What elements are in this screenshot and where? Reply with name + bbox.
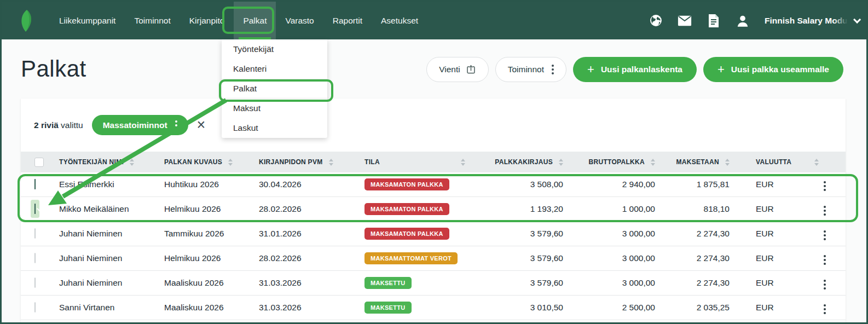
table-row: Essi Esimerkki Huhtikuu 2026 30.04.2026 …: [21, 172, 846, 197]
status-badge: MAKSAMATON PALKKA: [364, 228, 449, 240]
app-logo[interactable]: [18, 2, 34, 39]
menu-item-laskut[interactable]: Laskut: [222, 118, 327, 138]
employee-name[interactable]: Juhani Nieminen: [59, 253, 164, 263]
payable-amount: 818,10: [655, 204, 730, 214]
plus-icon: +: [717, 63, 725, 76]
row-menu-button[interactable]: [819, 275, 830, 292]
sort-icon[interactable]: [651, 159, 655, 166]
salary-description: Maaliskuu 2026: [164, 278, 259, 288]
col-header-employee-name: TYÖNTEKIJÄN NIMI: [59, 158, 124, 166]
row-checkbox[interactable]: [34, 228, 36, 239]
nav-item-asetukset[interactable]: Asetukset: [372, 2, 427, 39]
account-name: Finnish Salary Modul: [765, 16, 848, 26]
nav-item-palkat[interactable]: Palkat: [234, 2, 276, 39]
salary-description: Huhtikuu 2026: [164, 180, 259, 189]
accounting-date: 31.03.2026: [259, 303, 364, 313]
col-header-gross-salary: BRUTTOPALKKA: [589, 158, 645, 166]
menu-item-maksut[interactable]: Maksut: [222, 99, 327, 118]
gross-salary: 3 000,00: [563, 278, 655, 288]
status-badge: MAKSETTU: [364, 302, 412, 314]
kebab-icon: [824, 234, 826, 236]
actions-button-label: Toiminnot: [508, 65, 544, 74]
accounting-date: 31.01.2026: [259, 229, 364, 239]
sort-icon[interactable]: [559, 159, 563, 166]
row-menu-button[interactable]: [819, 250, 830, 267]
sort-icon[interactable]: [725, 159, 730, 166]
main-content: Palkat Vienti Toiminnot + Uusi palkanlas…: [2, 56, 866, 324]
sort-icon[interactable]: [814, 159, 819, 166]
nav-item-toiminnot[interactable]: Toiminnot: [125, 2, 180, 39]
currency: EUR: [730, 303, 804, 313]
row-menu-button[interactable]: [819, 225, 830, 242]
account-menu[interactable]: Finnish Salary Modul: [765, 16, 859, 26]
salary-entry: 1 193,20: [497, 204, 563, 214]
sort-icon[interactable]: [228, 159, 233, 166]
export-button[interactable]: Vienti: [426, 57, 489, 82]
navbar-right: Finnish Salary Modul: [649, 2, 866, 39]
new-salary-multiple-button[interactable]: + Uusi palkka useammalle: [703, 57, 843, 82]
employee-name[interactable]: Juhani Nieminen: [59, 229, 164, 239]
table-row: Juhani Nieminen Maaliskuu 2026 31.03.202…: [21, 271, 846, 296]
select-all-checkbox[interactable]: [34, 158, 44, 167]
row-menu-button[interactable]: [819, 201, 830, 218]
row-checkbox[interactable]: [34, 253, 36, 263]
table-header: TYÖNTEKIJÄN NIMI PALKAN KUVAUS KIRJANPID…: [21, 152, 846, 172]
nav-item-varasto[interactable]: Varasto: [276, 2, 323, 39]
row-menu-button[interactable]: [819, 176, 830, 193]
payable-amount: 2 274,30: [655, 253, 730, 263]
row-checkbox[interactable]: [34, 204, 36, 214]
table-row: Sanni Virtanen Maaliskuu 2026 31.03.2026…: [21, 296, 846, 320]
menu-item-palkat[interactable]: Palkat: [222, 79, 327, 99]
currency: EUR: [730, 229, 804, 239]
gross-salary: 2 500,00: [563, 303, 655, 313]
document-icon[interactable]: [707, 14, 721, 28]
close-selection-icon[interactable]: ×: [197, 118, 206, 132]
plus-icon: +: [587, 63, 594, 76]
mail-icon[interactable]: [678, 14, 692, 28]
nav-item-liikekumppanit[interactable]: Liikekumppanit: [50, 2, 125, 39]
salary-list-card: 2 riviä valittu Massatoiminnot × TYÖNTEK…: [21, 99, 846, 324]
employee-name[interactable]: Juhani Nieminen: [59, 278, 164, 288]
row-checkbox[interactable]: [34, 302, 36, 313]
status-badge: MAKSETTU: [364, 277, 412, 289]
currency: EUR: [730, 253, 804, 263]
kebab-icon: [552, 68, 554, 71]
chevron-down-icon: [853, 15, 861, 23]
row-checkbox[interactable]: [34, 179, 36, 189]
salary-entry: 3 579,60: [497, 253, 563, 263]
gross-salary: 1 000,00: [563, 204, 655, 214]
salary-description: Tammikuu 2026: [164, 229, 259, 239]
sort-icon[interactable]: [461, 159, 465, 166]
table-row: Juhani Nieminen Helmikuu 2026 28.02.2026…: [21, 246, 846, 271]
status-badge: MAKSAMATON PALKKA: [364, 178, 449, 190]
row-menu-button[interactable]: [819, 299, 830, 316]
globe-icon[interactable]: [649, 14, 663, 28]
col-header-payable: MAKSETAAN: [676, 158, 719, 166]
salary-entry: 3 508,00: [497, 180, 563, 189]
bulk-actions-button[interactable]: Massatoiminnot: [92, 115, 188, 135]
kebab-icon: [824, 210, 826, 212]
employee-name[interactable]: Essi Esimerkki: [59, 180, 164, 189]
top-navbar: Liikekumppanit Toiminnot Kirjanpito Palk…: [2, 2, 866, 39]
nav-item-kirjanpito[interactable]: Kirjanpito: [180, 2, 234, 39]
employee-name[interactable]: Sanni Virtanen: [59, 303, 164, 313]
salary-description: Maaliskuu 2026: [164, 303, 259, 313]
col-header-salary-description: PALKAN KUVAUS: [164, 158, 222, 166]
menu-item-tyontekijat[interactable]: Työntekijät: [222, 39, 327, 59]
salary-entry: 3 579,60: [497, 278, 563, 288]
leaf-logo-icon: [18, 9, 34, 33]
sort-icon[interactable]: [130, 159, 134, 166]
bulk-actions-label: Massatoiminnot: [103, 120, 167, 130]
table-row: Juhani Nieminen Tammikuu 2026 31.01.2026…: [21, 222, 846, 246]
accounting-date: 30.04.2026: [259, 180, 364, 189]
payable-amount: 2 274,30: [655, 278, 730, 288]
new-payroll-button[interactable]: + Uusi palkanlaskenta: [573, 57, 697, 82]
menu-item-kalenteri[interactable]: Kalenteri: [222, 59, 327, 79]
user-icon[interactable]: [736, 14, 750, 28]
employee-name[interactable]: Mikko Meikäläinen: [59, 204, 164, 214]
nav-item-raportit[interactable]: Raportit: [323, 2, 372, 39]
col-header-salary-entry: PALKKAKIRJAUS: [495, 158, 553, 166]
row-checkbox[interactable]: [34, 277, 36, 288]
actions-button[interactable]: Toiminnot: [495, 57, 566, 82]
sort-icon[interactable]: [329, 159, 333, 166]
